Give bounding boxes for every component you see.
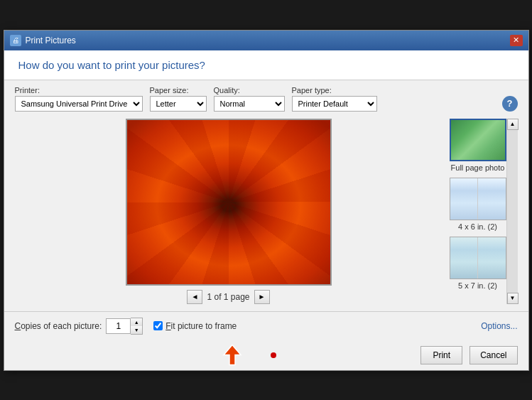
paper-size-group: Paper size: Letter [150, 86, 207, 112]
4x6-thumb-grid [450, 178, 506, 220]
full-thumb-image [451, 120, 505, 160]
layout-5x7-label: 5 x 7 in. (2) [458, 281, 497, 290]
right-panel-wrapper: Full page photo 4 x 6 in. (2) [450, 119, 518, 304]
header-question: How do you want to print your pictures? [18, 59, 514, 71]
dialog-title: Print Pictures [26, 36, 76, 45]
fit-label-rest: it picture to frame [171, 321, 237, 331]
dialog-icon: 🖨 [10, 35, 21, 46]
scrollbar-down-button[interactable]: ▼ [507, 293, 519, 304]
paper-type-select[interactable]: Printer Default [292, 96, 377, 112]
5x7-thumb-grid [450, 237, 506, 279]
close-button[interactable]: ✕ [510, 35, 523, 46]
flower-petals [127, 120, 330, 284]
paper-size-select[interactable]: Letter [150, 96, 207, 112]
spin-down-button[interactable]: ▼ [131, 326, 142, 334]
4x6-cell-2 [478, 178, 506, 220]
copies-input[interactable] [106, 318, 131, 334]
flower-image [127, 120, 330, 284]
copies-label-rest: opies of each picture: [21, 321, 102, 331]
layout-5x7[interactable]: 5 x 7 in. (2) [450, 237, 506, 290]
layout-4x6-label: 4 x 6 in. (2) [458, 222, 497, 231]
scrollbar-up-button[interactable]: ▲ [507, 119, 519, 130]
quality-group: Quality: Normal [214, 86, 285, 112]
printer-group: Printer: Samsung Universal Print Driver [15, 86, 143, 112]
4x6-cell-1 [450, 178, 478, 220]
copies-input-wrapper: ▲ ▼ [106, 318, 143, 335]
5x7-cell-1 [450, 237, 478, 279]
fit-checkbox-group: Fit picture to frame [153, 321, 237, 331]
layout-thumb-5x7 [450, 237, 506, 279]
scrollbar-track [507, 130, 518, 293]
5x7-cell-2 [478, 237, 506, 279]
footer-row: Print Cancel [4, 340, 528, 370]
scrollbar: ▲ ▼ [506, 119, 518, 304]
title-bar: 🖨 Print Pictures ✕ [4, 31, 528, 50]
layout-4x6[interactable]: 4 x 6 in. (2) [450, 178, 506, 231]
spin-up-button[interactable]: ▲ [131, 318, 142, 326]
print-button[interactable]: Print [420, 346, 462, 364]
title-bar-left: 🖨 Print Pictures [10, 35, 76, 46]
preview-image [126, 119, 332, 286]
options-link[interactable]: Options... [481, 321, 517, 331]
copies-label: Copies of each picture: [15, 321, 102, 331]
layout-full-label: Full page photo [451, 163, 505, 172]
help-button[interactable]: ? [502, 96, 518, 112]
layout-full-page[interactable]: Full page photo [450, 119, 506, 172]
paper-type-group: Paper type: Printer Default [292, 86, 377, 112]
spin-buttons: ▲ ▼ [131, 318, 143, 335]
next-page-button[interactable]: ► [254, 290, 270, 304]
printer-label: Printer: [15, 86, 143, 94]
red-dot-indicator [271, 352, 276, 358]
preview-panel: ◄ 1 of 1 page ► [15, 119, 443, 304]
fit-label[interactable]: Fit picture to frame [165, 321, 237, 331]
prev-page-button[interactable]: ◄ [187, 290, 202, 304]
main-content: ◄ 1 of 1 page ► Full page photo [4, 112, 528, 311]
header-section: How do you want to print your pictures? [4, 50, 528, 80]
fit-checkbox[interactable] [153, 321, 163, 330]
printer-select[interactable]: Samsung Universal Print Driver [15, 96, 143, 112]
paper-type-label: Paper type: [292, 86, 377, 94]
preview-area: ◄ 1 of 1 page ► [15, 119, 443, 304]
quality-label: Quality: [214, 86, 285, 94]
page-indicator-text: 1 of 1 page [207, 292, 249, 302]
paper-size-label: Paper size: [150, 86, 207, 94]
page-indicator: ◄ 1 of 1 page ► [187, 290, 269, 304]
svg-marker-0 [224, 345, 241, 364]
fit-label-f: F [165, 321, 170, 331]
copies-group: Copies of each picture: ▲ ▼ [15, 318, 143, 335]
print-dialog: 🖨 Print Pictures ✕ How do you want to pr… [4, 30, 529, 371]
arrow-indicator [221, 342, 244, 368]
bottom-options-row: Copies of each picture: ▲ ▼ Fit picture … [4, 311, 528, 340]
layout-thumb-4x6 [450, 178, 506, 220]
cancel-button[interactable]: Cancel [469, 346, 517, 364]
copies-label-text: C [15, 321, 21, 331]
layout-thumb-full [450, 119, 506, 161]
quality-select[interactable]: Normal [214, 96, 285, 112]
layout-options-panel: Full page photo 4 x 6 in. (2) [450, 119, 506, 304]
